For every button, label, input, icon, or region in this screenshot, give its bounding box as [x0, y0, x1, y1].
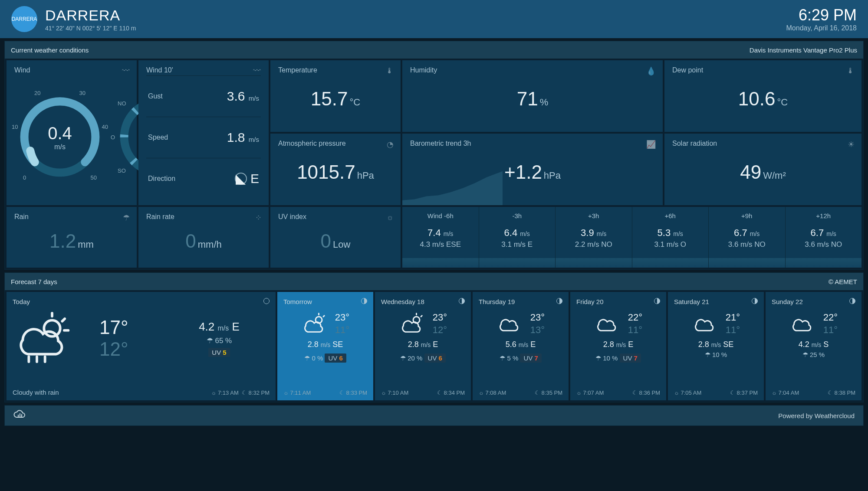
- today-sunset: ☾ 8:32 PM: [242, 390, 270, 396]
- dew-value: 10.6: [738, 88, 776, 109]
- day-hi: 21°: [726, 311, 740, 324]
- humidity-label: Humidity: [410, 66, 655, 74]
- forecast-title: Forecast 7 days: [11, 278, 57, 285]
- wfc-gust: 5.3 m/s: [634, 227, 707, 239]
- day-label: Friday 20: [576, 298, 604, 305]
- rain-unit: mm: [78, 239, 94, 250]
- humidity-card[interactable]: Humidity 💧 71%: [402, 60, 663, 132]
- wind-fc-col: +9h6.7 m/s3.6 m/s NO: [708, 207, 785, 268]
- day-lo: 11°: [726, 324, 740, 337]
- today-desc: Cloudy with rain: [13, 389, 59, 396]
- gauge-icon: ◔: [387, 140, 394, 149]
- current-section: Current weather conditions Davis Instrum…: [4, 41, 864, 270]
- day-uv: UV 6: [325, 354, 346, 363]
- gust-label: Gust: [148, 92, 163, 100]
- thermometer-icon: 🌡: [386, 66, 394, 75]
- svg-line-12: [323, 316, 324, 317]
- current-grid: Temperature 🌡 15.7°C Humidity 💧 71% Dew …: [5, 59, 863, 269]
- droplet-icon: 💧: [646, 66, 656, 76]
- day-sunrise: ☼ 7:11 AM: [283, 390, 311, 396]
- day-label: Saturday 21: [674, 298, 709, 305]
- weather-icon: [399, 311, 425, 337]
- powered-by: Powered by Weathercloud: [778, 412, 855, 419]
- day-uv: UV 7: [520, 354, 541, 363]
- day-wind: 2.8 m/s E: [381, 340, 465, 349]
- speed10-value: 1.8: [227, 130, 245, 144]
- day-label: Wednesday 18: [381, 298, 424, 305]
- svg-line-5: [62, 319, 65, 321]
- wind-speed-value: 0.4: [48, 124, 72, 143]
- uv-level: Low: [333, 239, 350, 250]
- forecast-today[interactable]: Today 17° 12° 4.2 m/s E ☂ 65 % UV 5 Clou…: [7, 292, 276, 400]
- speed10-label: Speed: [148, 134, 168, 141]
- wind-fc-col: +12h6.7 m/s3.6 m/s NO: [785, 207, 862, 268]
- moon-phase-icon: [459, 298, 465, 304]
- day-hi: 23°: [335, 311, 349, 324]
- day-sunrise: ☼ 7:04 AM: [772, 390, 799, 396]
- forecast-day[interactable]: Friday 20 22°11° 2.8 m/s E ☂ 10 % UV 7 ☼…: [570, 292, 666, 400]
- today-wind-dir: E: [232, 320, 240, 333]
- trend-value: +1.2: [504, 161, 542, 183]
- app-header: DARRERA DARRERA 41° 22' 40" N 002° 5' 12…: [0, 0, 868, 38]
- station-name: DARRERA: [45, 7, 136, 24]
- uv-card[interactable]: UV index ☼ 0Low: [270, 207, 401, 268]
- moon-phase-icon: [849, 298, 855, 304]
- forecast-day[interactable]: Saturday 21 21°11° 2.8 m/s SE ☂ 10 % ☼ 7…: [668, 292, 764, 400]
- current-date: Monday, April 16, 2018: [786, 24, 857, 32]
- wfc-speed: 3.6 m/s NO: [710, 240, 783, 249]
- gauge-tick-10: 10: [12, 124, 18, 130]
- wfc-speed: 3.1 m/s E: [481, 240, 554, 249]
- wind10-card[interactable]: Wind 10' 〰 Gust 3.6 m/s Speed 1.8 m/s Di…: [138, 60, 269, 205]
- cloud-chart-icon[interactable]: [13, 409, 26, 422]
- moon-phase-icon: [556, 298, 562, 304]
- current-section-head: Current weather conditions Davis Instrum…: [5, 41, 863, 59]
- rainrate-value: 0: [185, 230, 196, 252]
- wfc-speed: 2.2 m/s NO: [557, 240, 630, 249]
- humidity-value: 71: [517, 88, 538, 109]
- pressure-card[interactable]: Atmospheric pressure ◔ 1015.7hPa: [270, 134, 401, 205]
- rainrate-card[interactable]: Rain rate ⁘ 0mm/h: [138, 207, 269, 268]
- day-rain: ☂ 25 %: [802, 351, 825, 358]
- day-rain: ☂ 10 %: [705, 351, 727, 358]
- today-uv-value: 5: [223, 349, 226, 356]
- dew-card[interactable]: Dew point 🌡 10.6°C: [664, 60, 861, 132]
- forecast-day[interactable]: Wednesday 18 23°12° 2.8 m/s E ☂ 20 % UV …: [375, 292, 471, 400]
- weather-icon: [692, 311, 718, 337]
- clock-area: 6:29 PM Monday, April 16, 2018: [786, 6, 857, 32]
- wfc-gust: 7.4 m/s: [404, 227, 477, 239]
- svg-line-15: [421, 316, 422, 317]
- gust-value: 3.6: [227, 89, 245, 103]
- wind-label: Wind: [14, 66, 30, 74]
- day-sunrise: ☼ 7:05 AM: [674, 390, 701, 396]
- today-label: Today: [13, 298, 30, 305]
- temp-card[interactable]: Temperature 🌡 15.7°C: [270, 60, 401, 132]
- wfc-gust: 6.7 m/s: [710, 227, 783, 239]
- wind-card[interactable]: Wind 〰 0 10 20 30 40 50 0.4: [7, 60, 137, 205]
- day-uv: UV 6: [424, 354, 446, 363]
- day-sunrise: ☼ 7:10 AM: [381, 390, 408, 396]
- forecast-day[interactable]: Sunday 22 22°11° 4.2 m/s S ☂ 25 % ☼ 7:04…: [766, 292, 861, 400]
- day-hi: 23°: [433, 311, 447, 324]
- day-wind: 2.8 m/s E: [576, 340, 660, 349]
- wind10-label: Wind 10': [146, 66, 173, 75]
- day-sunrise: ☼ 7:07 AM: [576, 390, 604, 396]
- gauge-tick-40: 40: [102, 124, 108, 130]
- forecast-day[interactable]: Thursday 19 23°13° 5.6 m/s E ☂ 5 % UV 7 …: [473, 292, 569, 400]
- compass-no: NO: [118, 100, 126, 107]
- wind-fc-col: Wind -6h7.4 m/s4.3 m/s ESE: [402, 207, 479, 268]
- wfc-hour: -3h: [481, 212, 554, 219]
- solar-card[interactable]: Solar radiation ☀ 49W/m²: [664, 134, 861, 205]
- day-sunset: ☾ 8:34 PM: [437, 390, 465, 396]
- trend-card[interactable]: Barometric trend 3h 📈 +1.2hPa: [402, 134, 663, 205]
- wind-forecast-card[interactable]: Wind -6h7.4 m/s4.3 m/s ESE-3h6.4 m/s3.1 …: [402, 207, 861, 268]
- wfc-hour: +6h: [634, 212, 707, 219]
- dir10-value: E: [250, 171, 259, 186]
- day-rain: ☂ 10 %: [595, 354, 618, 362]
- wfc-hour: +3h: [557, 212, 630, 219]
- forecast-day[interactable]: Tomorrow 23°11° 2.8 m/s SE ☂ 0 % UV 6 ☼ …: [277, 292, 373, 400]
- wfc-speed: 3.6 m/s NO: [787, 240, 860, 249]
- day-wind: 2.8 m/s SE: [283, 340, 367, 349]
- solar-unit: W/m²: [763, 170, 786, 181]
- dew-unit: °C: [777, 97, 788, 108]
- rain-card[interactable]: Rain ☂ 1.2mm: [7, 207, 137, 268]
